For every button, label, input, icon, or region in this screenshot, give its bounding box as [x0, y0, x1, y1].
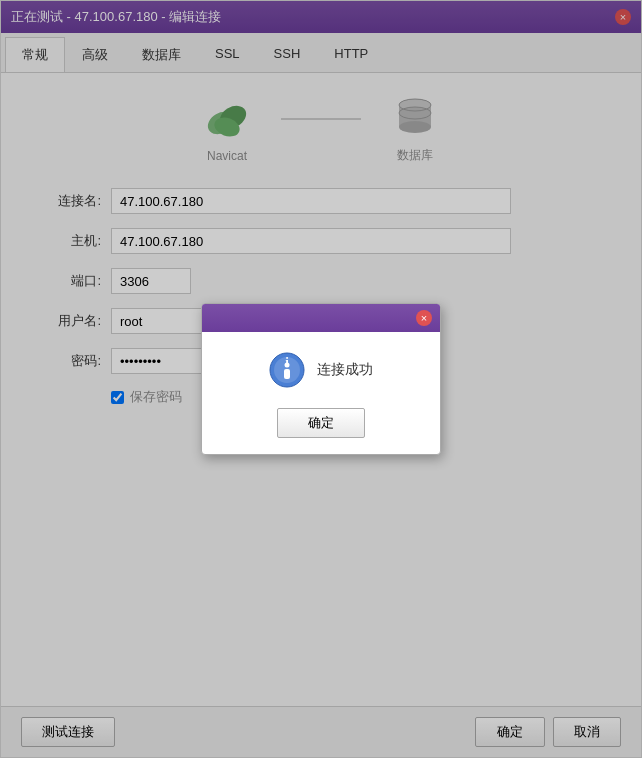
modal-overlay: × i 连接成功 确定: [1, 1, 641, 757]
success-modal: × i 连接成功 确定: [201, 303, 441, 455]
modal-message-row: i 连接成功: [269, 352, 373, 388]
svg-rect-13: [284, 369, 290, 379]
svg-point-14: [285, 363, 290, 368]
modal-title-bar: ×: [202, 304, 440, 332]
info-icon: i: [269, 352, 305, 388]
modal-close-button[interactable]: ×: [416, 310, 432, 326]
main-window: 正在测试 - 47.100.67.180 - 编辑连接 × 常规 高级 数据库 …: [0, 0, 642, 758]
modal-ok-button[interactable]: 确定: [277, 408, 365, 438]
modal-body: i 连接成功 确定: [202, 332, 440, 454]
modal-message: 连接成功: [317, 361, 373, 379]
